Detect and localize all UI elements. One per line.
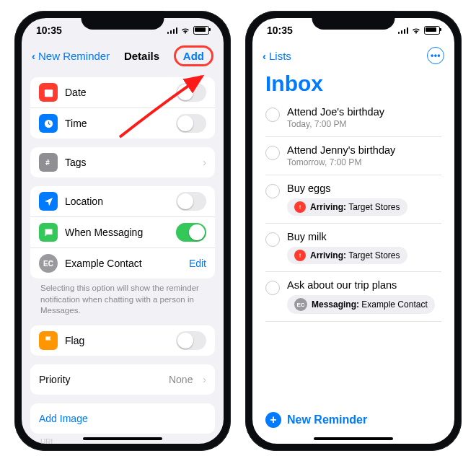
list-item[interactable]: Attend Joe's birthday Today, 7:00 PM bbox=[265, 99, 441, 137]
pin-icon bbox=[294, 201, 306, 213]
clock-icon bbox=[39, 114, 58, 133]
details-content: Date Time # Tags › bbox=[22, 69, 224, 444]
flag-toggle[interactable] bbox=[176, 331, 206, 350]
status-time: 10:35 bbox=[36, 25, 62, 36]
add-label: Add bbox=[174, 45, 213, 66]
nav-title: Details bbox=[124, 50, 159, 62]
phone-left: 10:35 ‹ New Reminder Details Add bbox=[14, 11, 231, 451]
chevron-left-icon: ‹ bbox=[263, 50, 266, 62]
chevron-left-icon: ‹ bbox=[32, 50, 35, 62]
pill-text: Target Stores bbox=[346, 202, 400, 212]
list-item[interactable]: Ask about our trip plans EC Messaging: E… bbox=[265, 272, 441, 322]
battery-icon bbox=[424, 26, 440, 35]
message-icon bbox=[39, 223, 58, 242]
hash-icon: # bbox=[39, 153, 58, 172]
add-button[interactable]: Add bbox=[174, 45, 213, 66]
complete-circle[interactable] bbox=[265, 232, 280, 247]
item-title: Attend Joe's birthday bbox=[287, 106, 441, 118]
chevron-right-icon: › bbox=[203, 157, 206, 168]
item-title: Attend Jenny's birthday bbox=[287, 144, 441, 156]
flag-icon bbox=[39, 331, 58, 350]
add-image-button[interactable]: Add Image bbox=[30, 403, 215, 434]
nav-bar: ‹ New Reminder Details Add bbox=[22, 43, 224, 69]
location-pill: Arriving: Target Stores bbox=[287, 198, 407, 216]
location-icon bbox=[39, 192, 58, 211]
item-subtitle: Tomorrow, 7:00 PM bbox=[287, 157, 441, 167]
add-image-label: Add Image bbox=[39, 413, 88, 424]
messaging-label: When Messaging bbox=[65, 227, 169, 238]
location-label: Location bbox=[65, 196, 169, 207]
list-item[interactable]: Attend Jenny's birthday Tomorrow, 7:00 P… bbox=[265, 137, 441, 175]
item-title: Buy eggs bbox=[287, 183, 441, 194]
location-pill: Arriving: Target Stores bbox=[287, 247, 407, 264]
back-button[interactable]: ‹ New Reminder bbox=[32, 50, 110, 62]
flag-label: Flag bbox=[65, 335, 169, 346]
item-title: Ask about our trip plans bbox=[287, 279, 441, 291]
complete-circle[interactable] bbox=[265, 108, 280, 122]
contact-avatar: EC bbox=[294, 298, 307, 311]
list-item[interactable]: Buy milk Arriving: Target Stores bbox=[265, 224, 441, 272]
contact-avatar: EC bbox=[39, 254, 58, 273]
date-toggle[interactable] bbox=[176, 83, 206, 102]
cellular-icon bbox=[398, 27, 409, 34]
location-row[interactable]: Location bbox=[30, 186, 215, 216]
list-item[interactable]: Buy eggs Arriving: Target Stores bbox=[265, 175, 441, 224]
complete-circle[interactable] bbox=[265, 281, 280, 295]
list-title: Inbox bbox=[252, 69, 454, 99]
priority-row[interactable]: Priority None › bbox=[30, 364, 215, 395]
priority-value: None bbox=[169, 374, 193, 385]
wifi-icon bbox=[411, 27, 421, 34]
pill-strong: Messaging: bbox=[312, 299, 359, 310]
item-title: Buy milk bbox=[287, 231, 441, 242]
location-toggle[interactable] bbox=[176, 192, 206, 211]
messaging-pill: EC Messaging: Example Contact bbox=[287, 295, 435, 314]
chevron-right-icon: › bbox=[200, 374, 206, 385]
complete-circle[interactable] bbox=[265, 184, 280, 198]
svg-text:#: # bbox=[45, 159, 50, 167]
notch bbox=[81, 11, 164, 30]
complete-circle[interactable] bbox=[265, 146, 280, 160]
new-reminder-button[interactable]: + New Reminder bbox=[265, 412, 367, 428]
tags-label: Tags bbox=[65, 157, 195, 168]
home-indicator[interactable] bbox=[314, 437, 393, 440]
nav-bar: ‹ Lists ••• bbox=[252, 43, 454, 69]
svg-rect-1 bbox=[44, 89, 52, 92]
date-label: Date bbox=[65, 87, 169, 98]
ellipsis-icon: ••• bbox=[431, 51, 441, 61]
phone-right: 10:35 ‹ Lists ••• Inbox Attend Joe's bir… bbox=[245, 11, 462, 451]
item-subtitle: Today, 7:00 PM bbox=[287, 119, 441, 129]
status-time: 10:35 bbox=[267, 25, 293, 36]
contact-row[interactable]: EC Example Contact Edit bbox=[30, 247, 215, 279]
pill-strong: Arriving: bbox=[310, 250, 346, 260]
home-indicator[interactable] bbox=[83, 437, 162, 440]
new-reminder-label: New Reminder bbox=[287, 413, 367, 426]
back-label: Lists bbox=[269, 50, 291, 62]
tags-row[interactable]: # Tags › bbox=[30, 147, 215, 177]
pill-strong: Arriving: bbox=[310, 202, 346, 212]
plus-icon: + bbox=[265, 412, 281, 428]
calendar-icon bbox=[39, 83, 58, 102]
contact-label: Example Contact bbox=[65, 258, 182, 269]
time-row[interactable]: Time bbox=[30, 108, 215, 139]
wifi-icon bbox=[180, 27, 190, 34]
pill-text: Example Contact bbox=[359, 299, 428, 310]
priority-label: Priority bbox=[39, 374, 162, 385]
messaging-row[interactable]: When Messaging bbox=[30, 216, 215, 247]
back-button[interactable]: ‹ Lists bbox=[263, 50, 291, 62]
time-label: Time bbox=[65, 118, 169, 129]
messaging-hint: Selecting this option will show the remi… bbox=[30, 279, 215, 317]
reminder-list: Attend Joe's birthday Today, 7:00 PM Att… bbox=[252, 99, 454, 322]
battery-icon bbox=[193, 26, 209, 35]
more-button[interactable]: ••• bbox=[427, 47, 444, 64]
time-toggle[interactable] bbox=[176, 114, 206, 133]
pin-icon bbox=[294, 250, 306, 261]
back-label: New Reminder bbox=[38, 50, 110, 62]
date-row[interactable]: Date bbox=[30, 77, 215, 108]
notch bbox=[312, 11, 395, 30]
edit-button[interactable]: Edit bbox=[189, 258, 206, 269]
messaging-toggle[interactable] bbox=[176, 223, 206, 242]
flag-row[interactable]: Flag bbox=[30, 325, 215, 356]
cellular-icon bbox=[167, 27, 178, 34]
pill-text: Target Stores bbox=[346, 250, 400, 260]
